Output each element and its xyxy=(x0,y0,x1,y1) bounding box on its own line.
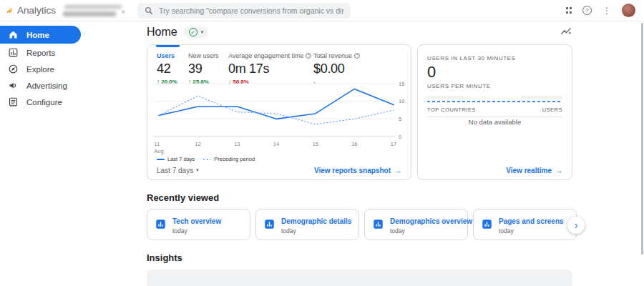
metric-value: 42 xyxy=(157,61,188,77)
sidebar-item-label: Explore xyxy=(26,65,54,74)
dotted-line-swatch xyxy=(203,159,211,160)
solid-line-swatch xyxy=(157,159,165,160)
home-icon xyxy=(8,29,19,40)
recently-viewed-cards: Tech overview today Demographic details … xyxy=(147,209,577,240)
sidebar-item-configure[interactable]: Configure xyxy=(0,94,132,110)
advertising-icon xyxy=(8,80,19,91)
info-icon[interactable]: ? xyxy=(354,53,360,59)
selected-metric-indicator xyxy=(156,45,180,47)
legend-preceding-period: Preceding period xyxy=(203,156,255,162)
sidebar-item-label: Advertising xyxy=(26,82,67,90)
date-range-dropdown[interactable]: Last 7 days ▾ xyxy=(157,167,199,174)
carousel-next-button[interactable]: › xyxy=(567,217,585,234)
chevron-down-icon: ▾ xyxy=(201,29,204,35)
sidebar-item-label: Reports xyxy=(26,49,55,57)
realtime-users-count: 0 xyxy=(427,63,436,82)
legend-last-7-days: Last 7 days xyxy=(157,156,195,162)
recent-card-pages-and-screens[interactable]: Pages and screens today xyxy=(473,209,577,240)
users-header: USERS xyxy=(542,107,562,113)
user-avatar[interactable] xyxy=(622,4,635,17)
account-caret-icon: ▾ xyxy=(122,9,125,15)
report-icon xyxy=(264,219,275,230)
report-icon xyxy=(373,219,384,230)
top-countries-header: TOP COUNTRIES xyxy=(427,107,476,113)
recent-card-tech-overview[interactable]: Tech overview today xyxy=(147,209,250,240)
sidebar-item-reports[interactable]: Reports xyxy=(0,44,132,61)
search-icon xyxy=(145,6,153,15)
chart-placeholder-bar xyxy=(521,96,562,99)
property-status-dropdown[interactable]: ✓ ▾ xyxy=(184,26,209,38)
analytics-logo-icon xyxy=(6,4,12,17)
help-icon[interactable]: ? xyxy=(582,6,592,15)
chevron-right-icon: › xyxy=(575,220,578,231)
svg-text:0: 0 xyxy=(399,134,401,140)
recent-card-demographic-details[interactable]: Demographic details today xyxy=(255,209,359,240)
sidebar-item-home[interactable]: Home xyxy=(0,26,81,44)
reports-icon xyxy=(8,47,19,58)
sidebar-item-explore[interactable]: Explore xyxy=(0,61,132,77)
view-reports-snapshot-link[interactable]: View reports snapshot → xyxy=(314,166,402,174)
report-icon xyxy=(155,219,166,230)
users-trend-chart-area: 051015 xyxy=(153,79,406,142)
svg-text:10: 10 xyxy=(399,98,404,104)
svg-text:15: 15 xyxy=(399,81,404,87)
insights-sparkle-icon[interactable] xyxy=(560,26,572,39)
more-options-icon[interactable]: ⋮ xyxy=(602,6,611,15)
account-name-redacted xyxy=(64,5,122,9)
metric-value: 0m 17s xyxy=(228,61,313,77)
zero-baseline-dashes xyxy=(427,101,562,102)
analytics-brand[interactable]: Analytics xyxy=(0,4,56,17)
home-overview-card: Users 42 ↑ 20.0% New users 39 ↑ 25.8% Av… xyxy=(147,44,411,180)
recent-card-demographics-overview[interactable]: Demographics overview today xyxy=(364,209,468,240)
insights-title: Insights xyxy=(147,252,182,263)
account-switcher[interactable]: ▾ xyxy=(63,3,135,19)
x-axis-labels: 11Aug121314151617 xyxy=(153,141,406,154)
users-per-minute-chart xyxy=(427,92,562,102)
property-name-redacted xyxy=(63,11,116,16)
top-app-bar: Analytics ▾ ? ⋮ xyxy=(0,0,644,21)
page-title: Home xyxy=(147,26,177,39)
users-per-minute-label: USERS PER MINUTE xyxy=(427,83,491,89)
arrow-right-icon: → xyxy=(394,166,402,174)
apps-grid-icon[interactable] xyxy=(566,7,572,14)
left-nav: Home Reports Explore Advertising Configu… xyxy=(0,21,132,286)
vertical-scrollbar[interactable] xyxy=(641,23,643,255)
chevron-down-icon: ▾ xyxy=(196,167,199,173)
search-input[interactable] xyxy=(159,6,343,15)
realtime-title: USERS IN LAST 30 MINUTES xyxy=(427,55,516,61)
explore-icon xyxy=(8,64,19,74)
report-icon xyxy=(482,219,492,230)
sidebar-item-label: Home xyxy=(26,31,49,39)
top-countries-header-row: TOP COUNTRIES USERS xyxy=(427,107,562,117)
no-data-message: No data available xyxy=(418,118,572,126)
info-icon[interactable]: ? xyxy=(306,53,311,59)
view-realtime-link[interactable]: View realtime → xyxy=(506,166,563,174)
metric-value: 39 xyxy=(188,61,228,77)
insights-loading-panel xyxy=(147,270,572,286)
search-bar[interactable] xyxy=(137,3,351,19)
metric-value: $0.00 xyxy=(313,61,360,77)
brand-name: Analytics xyxy=(17,5,56,16)
recently-viewed-title: Recently viewed xyxy=(147,192,219,203)
svg-text:5: 5 xyxy=(399,116,401,122)
arrow-right-icon: → xyxy=(555,166,563,174)
realtime-card: USERS IN LAST 30 MINUTES 0 USERS PER MIN… xyxy=(417,44,572,180)
sidebar-item-label: Configure xyxy=(26,98,62,107)
chart-placeholder-bar xyxy=(427,96,464,99)
chart-legend: Last 7 days Preceding period xyxy=(157,156,255,162)
sidebar-item-advertising[interactable]: Advertising xyxy=(0,77,132,94)
main-content: Home ✓ ▾ Users 42 ↑ 20.0% New users 39 ↑… xyxy=(132,21,644,286)
configure-icon xyxy=(8,97,19,107)
collection-active-check-icon: ✓ xyxy=(189,28,197,36)
trend-chart: 051015 xyxy=(153,79,406,142)
